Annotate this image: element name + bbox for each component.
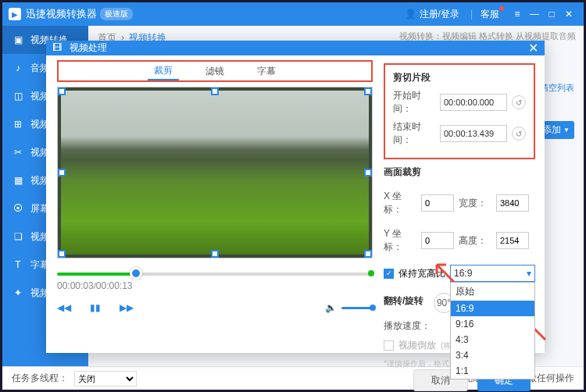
register-login-link[interactable]: 👤 注册/登录 bbox=[405, 8, 459, 21]
crop-handle-tl[interactable] bbox=[58, 87, 66, 95]
crop-section-title: 画面裁剪 bbox=[384, 166, 535, 179]
aspect-ratio-dropdown: 原始 16:9 9:16 4:3 3:4 1:1 bbox=[450, 282, 535, 380]
rewind-icon[interactable]: ◀◀ bbox=[57, 302, 71, 313]
close-icon[interactable]: ✕ bbox=[560, 9, 577, 20]
h-input[interactable] bbox=[496, 232, 529, 249]
h-label: 高度： bbox=[459, 234, 491, 248]
forward-icon[interactable]: ▶▶ bbox=[120, 302, 134, 313]
audio-icon: ♪ bbox=[12, 62, 24, 74]
chevron-down-icon: ▾ bbox=[527, 268, 531, 279]
tab-subtitle[interactable]: 字幕 bbox=[251, 63, 282, 80]
crop-handle-br[interactable] bbox=[364, 250, 372, 258]
playback-controls: ◀◀ ▮▮ ▶▶ 🔈 bbox=[57, 302, 373, 313]
app-title: 迅捷视频转换器 bbox=[26, 7, 97, 21]
video-scene bbox=[61, 91, 369, 255]
x-input[interactable] bbox=[421, 194, 454, 212]
app-logo-icon: ▶ bbox=[9, 8, 21, 20]
merge-icon: ⊞ bbox=[12, 118, 24, 130]
crop-handle-b[interactable] bbox=[211, 250, 219, 258]
ratio-option-1-1[interactable]: 1:1 bbox=[451, 363, 534, 379]
start-time-input[interactable] bbox=[440, 94, 507, 111]
clear-list-link[interactable]: 清空列表 bbox=[540, 82, 574, 94]
chevron-down-icon: ▼ bbox=[563, 127, 570, 134]
ratio-option-9-16[interactable]: 9:16 bbox=[451, 316, 534, 332]
dialog-title: 视频处理 bbox=[70, 41, 107, 55]
ratio-option-4-3[interactable]: 4:3 bbox=[451, 332, 534, 347]
timecode: 00:00:03/00:00:13 bbox=[57, 280, 373, 291]
cut-section-title: 剪切片段 bbox=[393, 71, 526, 84]
customer-service-link[interactable]: 客服 bbox=[481, 8, 499, 21]
speed-label: 播放速度： bbox=[384, 319, 431, 333]
reset-end-icon[interactable]: ↺ bbox=[512, 127, 526, 141]
dialog-header: 🎞 视频处理 ✕ bbox=[46, 41, 545, 55]
crop-handle-r[interactable] bbox=[364, 169, 372, 176]
keep-aspect-checkbox[interactable]: ✓ bbox=[384, 269, 394, 279]
crop-handle-l[interactable] bbox=[58, 169, 66, 176]
user-icon: 👤 bbox=[405, 9, 416, 20]
tab-row: 裁剪 滤镜 字幕 bbox=[57, 60, 373, 82]
tab-filter[interactable]: 滤镜 bbox=[199, 63, 230, 80]
gif-icon: ▦ bbox=[12, 174, 24, 187]
cut-section: 剪切片段 开始时间： ↺ 结束时间： ↺ bbox=[384, 63, 535, 159]
timeline-knob[interactable] bbox=[130, 267, 142, 280]
video-icon: ▣ bbox=[12, 34, 24, 46]
reverse-label: 视频倒放 bbox=[398, 339, 436, 352]
video-process-icon: 🎞 bbox=[52, 42, 65, 55]
timeline-end-marker[interactable] bbox=[368, 270, 374, 276]
split-icon: ✂ bbox=[12, 146, 24, 159]
end-time-label: 结束时间： bbox=[393, 120, 435, 147]
volume-icon: 🔈 bbox=[325, 302, 337, 313]
dialog-close-icon[interactable]: ✕ bbox=[528, 41, 538, 55]
start-time-label: 开始时间： bbox=[393, 89, 435, 116]
reverse-checkbox[interactable] bbox=[384, 340, 394, 351]
flip-section-title: 翻转/旋转 bbox=[384, 294, 429, 308]
minimize-icon[interactable]: — bbox=[526, 9, 543, 20]
titlebar: ▶ 迅捷视频转换器 极速版 👤 注册/登录 | 客服 ≡ — □ ✕ bbox=[2, 2, 584, 26]
maximize-icon[interactable]: □ bbox=[543, 9, 560, 20]
y-input[interactable] bbox=[421, 232, 454, 249]
w-label: 宽度： bbox=[459, 197, 491, 210]
compress-icon: ◫ bbox=[12, 90, 24, 102]
video-processing-dialog: 🎞 视频处理 ✕ 裁剪 滤镜 字幕 bbox=[46, 41, 545, 353]
reset-start-icon[interactable]: ↺ bbox=[512, 95, 526, 109]
crop-handle-tr[interactable] bbox=[364, 87, 372, 95]
y-label: Y 坐标： bbox=[384, 227, 416, 254]
end-time-input[interactable] bbox=[440, 125, 507, 142]
watermark-icon: ❏ bbox=[12, 230, 24, 243]
w-input[interactable] bbox=[496, 194, 529, 212]
crop-handle-bl[interactable] bbox=[58, 250, 66, 258]
keep-aspect-label: 保持宽高比 bbox=[398, 267, 445, 280]
video-preview[interactable] bbox=[57, 87, 373, 258]
ratio-option-3-4[interactable]: 3:4 bbox=[451, 347, 534, 363]
edition-badge: 极速版 bbox=[100, 8, 133, 20]
ratio-option-original[interactable]: 原始 bbox=[451, 283, 534, 301]
volume-slider[interactable] bbox=[341, 307, 373, 309]
menu-icon[interactable]: ≡ bbox=[509, 9, 526, 20]
pause-icon[interactable]: ▮▮ bbox=[90, 302, 101, 313]
crop-handle-t[interactable] bbox=[211, 87, 219, 95]
aspect-ratio-select[interactable]: 16:9 ▾ bbox=[450, 265, 535, 282]
volume-control[interactable]: 🔈 bbox=[325, 302, 373, 313]
ratio-option-16-9[interactable]: 16:9 bbox=[451, 301, 534, 316]
x-label: X 坐标： bbox=[384, 190, 416, 216]
subtitle-icon: T bbox=[12, 258, 24, 271]
timeline-slider[interactable] bbox=[57, 269, 373, 277]
tab-crop[interactable]: 裁剪 bbox=[148, 62, 179, 80]
record-icon: ⦿ bbox=[12, 202, 24, 215]
beautify-icon: ✦ bbox=[12, 287, 24, 299]
